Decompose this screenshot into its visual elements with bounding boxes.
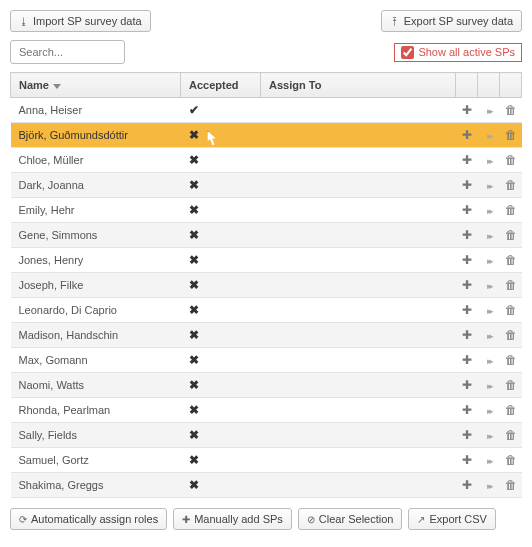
move-action[interactable]: ▸▸ xyxy=(478,248,500,273)
cell-accepted[interactable]: ✖ xyxy=(181,223,261,248)
delete-action[interactable]: 🗑 xyxy=(500,448,522,473)
auto-assign-button[interactable]: ⟳ Automatically assign roles xyxy=(10,508,167,530)
add-action[interactable]: ✚ xyxy=(456,223,478,248)
move-action[interactable]: ▸▸ xyxy=(478,473,500,498)
search-input[interactable] xyxy=(10,40,125,64)
cell-accepted[interactable]: ✖ xyxy=(181,173,261,198)
table-row[interactable]: Naomi, Watts✖✚▸▸🗑 xyxy=(11,373,522,398)
delete-action[interactable]: 🗑 xyxy=(500,148,522,173)
cell-accepted[interactable]: ✖ xyxy=(181,123,261,148)
add-action[interactable]: ✚ xyxy=(456,373,478,398)
col-header-assign[interactable]: Assign To xyxy=(261,73,456,98)
move-action[interactable]: ▸▸ xyxy=(478,298,500,323)
col-header-name[interactable]: Name xyxy=(11,73,181,98)
cell-assign xyxy=(261,248,456,273)
show-active-checkbox[interactable] xyxy=(401,46,414,59)
delete-action[interactable]: 🗑 xyxy=(500,323,522,348)
export-button[interactable]: ⭱ Export SP survey data xyxy=(381,10,522,32)
show-active-toggle[interactable]: Show all active SPs xyxy=(394,43,522,62)
delete-action[interactable]: 🗑 xyxy=(500,173,522,198)
delete-action[interactable]: 🗑 xyxy=(500,98,522,123)
move-action[interactable]: ▸▸ xyxy=(478,273,500,298)
cell-accepted[interactable]: ✖ xyxy=(181,248,261,273)
delete-action[interactable]: 🗑 xyxy=(500,473,522,498)
add-action[interactable]: ✚ xyxy=(456,298,478,323)
table-row[interactable]: Anna, Heiser✔✚▸▸🗑 xyxy=(11,98,522,123)
table-row[interactable]: Max, Gomann✖✚▸▸🗑 xyxy=(11,348,522,373)
delete-action[interactable]: 🗑 xyxy=(500,198,522,223)
table-row[interactable]: Gene, Simmons✖✚▸▸🗑 xyxy=(11,223,522,248)
cell-accepted[interactable]: ✖ xyxy=(181,423,261,448)
table-row[interactable]: Björk, Guðmundsdóttir✖✚▸▸🗑 xyxy=(11,123,522,148)
add-action[interactable]: ✚ xyxy=(456,323,478,348)
add-action[interactable]: ✚ xyxy=(456,398,478,423)
trash-icon: 🗑 xyxy=(502,303,520,317)
delete-action[interactable]: 🗑 xyxy=(500,248,522,273)
move-action[interactable]: ▸▸ xyxy=(478,448,500,473)
table-row[interactable]: Samuel, Gortz✖✚▸▸🗑 xyxy=(11,448,522,473)
cell-accepted[interactable]: ✖ xyxy=(181,448,261,473)
delete-action[interactable]: 🗑 xyxy=(500,373,522,398)
delete-action[interactable]: 🗑 xyxy=(500,298,522,323)
cell-accepted[interactable]: ✖ xyxy=(181,398,261,423)
cell-accepted[interactable]: ✖ xyxy=(181,348,261,373)
cell-accepted[interactable]: ✖ xyxy=(181,148,261,173)
add-action[interactable]: ✚ xyxy=(456,173,478,198)
cell-accepted[interactable]: ✖ xyxy=(181,373,261,398)
delete-action[interactable]: 🗑 xyxy=(500,348,522,373)
move-action[interactable]: ▸▸ xyxy=(478,398,500,423)
add-action[interactable]: ✚ xyxy=(456,123,478,148)
table-row[interactable]: Shakima, Greggs✖✚▸▸🗑 xyxy=(11,473,522,498)
cross-icon: ✖ xyxy=(189,303,199,317)
delete-action[interactable]: 🗑 xyxy=(500,123,522,148)
move-action[interactable]: ▸▸ xyxy=(478,173,500,198)
table-row[interactable]: Leonardo, Di Caprio✖✚▸▸🗑 xyxy=(11,298,522,323)
table-row[interactable]: Emily, Hehr✖✚▸▸🗑 xyxy=(11,198,522,223)
cell-accepted[interactable]: ✖ xyxy=(181,298,261,323)
move-action[interactable]: ▸▸ xyxy=(478,148,500,173)
move-action[interactable]: ▸▸ xyxy=(478,323,500,348)
add-action[interactable]: ✚ xyxy=(456,473,478,498)
export-csv-button[interactable]: ↗ Export CSV xyxy=(408,508,495,530)
cross-icon: ✖ xyxy=(189,278,199,292)
delete-action[interactable]: 🗑 xyxy=(500,423,522,448)
cell-accepted[interactable]: ✖ xyxy=(181,273,261,298)
table-row[interactable]: Chloe, Müller✖✚▸▸🗑 xyxy=(11,148,522,173)
add-action[interactable]: ✚ xyxy=(456,348,478,373)
cell-accepted[interactable]: ✖ xyxy=(181,473,261,498)
cell-accepted[interactable]: ✖ xyxy=(181,323,261,348)
add-action[interactable]: ✚ xyxy=(456,148,478,173)
trash-icon: 🗑 xyxy=(502,278,520,292)
col-header-move xyxy=(478,73,500,98)
col-header-accepted[interactable]: Accepted xyxy=(181,73,261,98)
move-action[interactable]: ▸▸ xyxy=(478,198,500,223)
add-action[interactable]: ✚ xyxy=(456,423,478,448)
move-action[interactable]: ▸▸ xyxy=(478,123,500,148)
add-action[interactable]: ✚ xyxy=(456,248,478,273)
delete-action[interactable]: 🗑 xyxy=(500,273,522,298)
table-row[interactable]: Joseph, Filke✖✚▸▸🗑 xyxy=(11,273,522,298)
move-action[interactable]: ▸▸ xyxy=(478,423,500,448)
delete-action[interactable]: 🗑 xyxy=(500,223,522,248)
add-action[interactable]: ✚ xyxy=(456,98,478,123)
add-action[interactable]: ✚ xyxy=(456,273,478,298)
cell-accepted[interactable]: ✖ xyxy=(181,198,261,223)
move-action[interactable]: ▸▸ xyxy=(478,98,500,123)
clear-selection-button[interactable]: ⊘ Clear Selection xyxy=(298,508,403,530)
delete-action[interactable]: 🗑 xyxy=(500,398,522,423)
table-row[interactable]: Sally, Fields✖✚▸▸🗑 xyxy=(11,423,522,448)
move-action[interactable]: ▸▸ xyxy=(478,348,500,373)
move-action[interactable]: ▸▸ xyxy=(478,223,500,248)
move-action[interactable]: ▸▸ xyxy=(478,373,500,398)
add-action[interactable]: ✚ xyxy=(456,448,478,473)
table-row[interactable]: Rhonda, Pearlman✖✚▸▸🗑 xyxy=(11,398,522,423)
chevrons-right-icon: ▸▸ xyxy=(480,381,498,391)
manual-add-button[interactable]: ✚ Manually add SPs xyxy=(173,508,292,530)
import-button[interactable]: ⭳ Import SP survey data xyxy=(10,10,151,32)
add-action[interactable]: ✚ xyxy=(456,198,478,223)
table-row[interactable]: Madison, Handschin✖✚▸▸🗑 xyxy=(11,323,522,348)
table-row[interactable]: Dark, Joanna✖✚▸▸🗑 xyxy=(11,173,522,198)
cell-accepted[interactable]: ✔ xyxy=(181,98,261,123)
trash-icon: 🗑 xyxy=(502,153,520,167)
table-row[interactable]: Jones, Henry✖✚▸▸🗑 xyxy=(11,248,522,273)
